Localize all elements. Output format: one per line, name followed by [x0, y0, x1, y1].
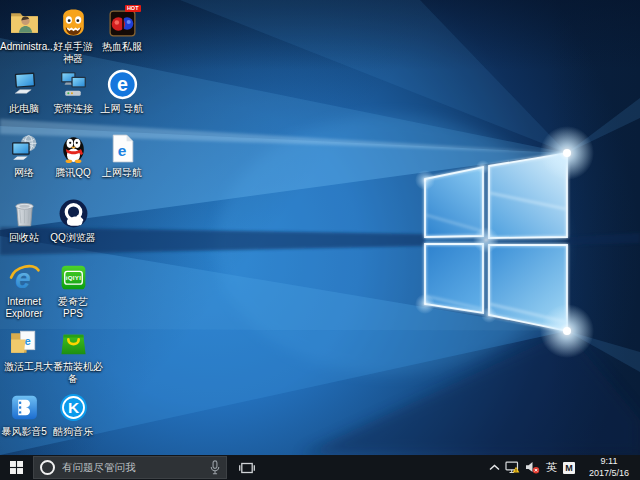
taskbar: 有问题尽管问我: [0, 455, 640, 480]
tray-app-button[interactable]: M: [563, 455, 575, 480]
desktop-icon-label: 回收站: [0, 232, 48, 244]
blue-e-circle-icon: e: [106, 68, 139, 101]
desktop-icon-label: 上网导航: [98, 167, 146, 179]
desktop-icon-label: 宽带连接: [49, 103, 97, 115]
cortana-search-box[interactable]: 有问题尽管问我: [33, 456, 227, 479]
e-document-icon: e: [106, 132, 139, 165]
m-app-icon: M: [563, 462, 575, 474]
iqiyi-green-icon: iQIYI: [57, 261, 90, 294]
svg-text:iQIYI: iQIYI: [65, 274, 81, 281]
desktop-icon-label: 大番茄装机必备: [42, 361, 104, 385]
computer-monitor-icon: [8, 68, 41, 101]
desktop-icon-iqiyi-pps[interactable]: iQIYI 爱奇艺PPS: [49, 261, 97, 320]
desktop-icon-tomato-suite[interactable]: 大番茄装机必备: [49, 326, 97, 385]
task-view-button[interactable]: [234, 455, 260, 480]
hot-badge: HOT: [125, 5, 141, 12]
desktop-icon-label: QQ浏览器: [49, 232, 97, 244]
desktop-icon-qq-browser[interactable]: QQ浏览器: [49, 197, 97, 244]
k-circle-icon: K: [57, 391, 90, 424]
clock-time: 9:11: [582, 456, 636, 467]
desktop-icon-label: 好卓手游神器: [49, 41, 97, 65]
clock-date: 2017/5/16: [582, 468, 636, 479]
search-placeholder: 有问题尽管问我: [62, 461, 210, 475]
screen: Administra... 好卓手游神器: [0, 0, 640, 480]
desktop-icon-label: 腾讯QQ: [49, 167, 97, 179]
desktop-icon-baofeng-player[interactable]: 暴风影音5: [0, 391, 48, 438]
desktop-icon-label: 激活工具: [0, 361, 48, 373]
cortana-icon: [40, 460, 55, 475]
folder-document-icon: e: [8, 326, 41, 359]
desktop-icon-web-nav-circle[interactable]: e 上网 导航: [98, 68, 146, 115]
volume-button[interactable]: [525, 455, 540, 480]
ime-indicator[interactable]: 英: [545, 455, 558, 480]
svg-text:e: e: [117, 142, 126, 159]
recycle-bin-icon: [8, 197, 41, 230]
desktop-icon-label: 上网 导航: [98, 103, 146, 115]
desktop-icon-activate-tool[interactable]: e 激活工具: [0, 326, 48, 373]
volume-muted-icon: [525, 461, 540, 474]
desktop-icon-label: 暴风影音5: [0, 426, 48, 438]
network-status-button[interactable]: [505, 455, 520, 480]
system-tray: 英 M 9:11 2017/5/16: [489, 455, 640, 480]
desktop-icon-rexue-sifu[interactable]: HOT 热血私服: [98, 6, 146, 53]
start-button[interactable]: [0, 455, 32, 480]
task-view-icon: [239, 461, 255, 475]
two-computers-icon: [57, 68, 90, 101]
desktop-icon-web-nav-doc[interactable]: e 上网导航: [98, 132, 146, 179]
desktop-icon-broadband[interactable]: 宽带连接: [49, 68, 97, 115]
desktop-icon-network[interactable]: 网络: [0, 132, 48, 179]
desktop-icon-label: Administra...: [0, 41, 48, 53]
monitor-globe-icon: [8, 132, 41, 165]
desktop-icon-internet-explorer[interactable]: e Internet Explorer: [0, 261, 48, 320]
desktop[interactable]: Administra... 好卓手游神器: [0, 0, 640, 455]
desktop-icon-label: 爱奇艺PPS: [49, 296, 97, 320]
desktop-icon-label: 此电脑: [0, 103, 48, 115]
network-warning-icon: [505, 461, 520, 474]
desktop-icon-kugou-music[interactable]: K 酷狗音乐: [49, 391, 97, 438]
taskbar-clock[interactable]: 9:11 2017/5/16: [582, 456, 636, 479]
penguin-icon: [57, 132, 90, 165]
desktop-icon-tencent-qq[interactable]: 腾讯QQ: [49, 132, 97, 179]
desktop-icon-label: 热血私服: [98, 41, 146, 53]
microphone-icon[interactable]: [210, 460, 220, 475]
tray-expand-button[interactable]: [489, 455, 500, 480]
desktop-icon-label: Internet Explorer: [0, 296, 48, 320]
red-blue-lens-icon: HOT: [106, 6, 139, 39]
monster-icon: [57, 6, 90, 39]
green-bag-smile-icon: [57, 326, 90, 359]
ie-icon: e: [8, 261, 41, 294]
desktop-icon-label: 网络: [0, 167, 48, 179]
desktop-icon-administrator[interactable]: Administra...: [0, 6, 48, 53]
svg-text:K: K: [67, 399, 79, 416]
user-folder-icon: [8, 6, 41, 39]
desktop-icon-haozhuo-game[interactable]: 好卓手游神器: [49, 6, 97, 65]
windows-logo-icon: [10, 461, 23, 474]
chevron-up-icon: [489, 464, 500, 471]
svg-text:e: e: [117, 73, 128, 95]
desktop-icon-this-pc[interactable]: 此电脑: [0, 68, 48, 115]
q-cloud-icon: [57, 197, 90, 230]
desktop-icon-recycle-bin[interactable]: 回收站: [0, 197, 48, 244]
desktop-icon-label: 酷狗音乐: [49, 426, 97, 438]
blue-filmstrip-icon: [8, 391, 41, 424]
